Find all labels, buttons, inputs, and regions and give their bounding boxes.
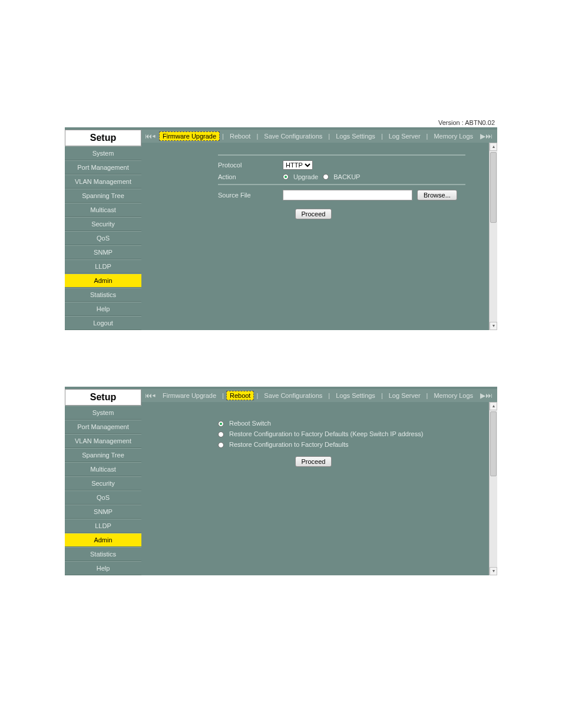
tab-logs-settings[interactable]: Logs Settings bbox=[332, 131, 379, 141]
tab-separator: | bbox=[222, 133, 224, 140]
restore-keepip-radio[interactable] bbox=[218, 431, 224, 437]
sidebar-item-lldp[interactable]: LLDP bbox=[65, 519, 141, 533]
sidebar-item-vlan-management[interactable]: VLAN Management bbox=[65, 174, 141, 189]
tab-separator: | bbox=[427, 392, 428, 399]
sidebar-title: Setup bbox=[65, 130, 141, 146]
sidebar-item-port-management[interactable]: Port Management bbox=[65, 420, 141, 434]
content-firmware: Protocol HTTP Action Upgrade bbox=[141, 143, 497, 330]
scroll-down-icon[interactable]: ▾ bbox=[490, 567, 497, 575]
scroll-thumb[interactable] bbox=[490, 411, 497, 476]
sidebar-item-snmp[interactable]: SNMP bbox=[65, 505, 141, 519]
tab-separator: | bbox=[427, 133, 428, 140]
tab-memory-logs[interactable]: Memory Logs bbox=[430, 131, 477, 141]
tab-separator: | bbox=[256, 133, 258, 140]
sourcefile-input[interactable] bbox=[283, 190, 412, 200]
main-area: ⏮◀Firmware Upgrade|Reboot|Save Configura… bbox=[141, 389, 497, 575]
backup-radio-label: BACKUP bbox=[333, 173, 360, 180]
scroll-down-icon[interactable]: ▾ bbox=[490, 322, 497, 330]
sidebar-item-help[interactable]: Help bbox=[65, 561, 141, 575]
sidebar-title: Setup bbox=[65, 389, 141, 406]
sidebar-item-help[interactable]: Help bbox=[65, 302, 141, 316]
browse-button[interactable]: Browse... bbox=[417, 190, 457, 200]
proceed-button[interactable]: Proceed bbox=[295, 456, 332, 467]
app-window-reboot: Setup SystemPort ManagementVLAN Manageme… bbox=[65, 387, 497, 575]
sidebar-item-admin[interactable]: Admin bbox=[65, 533, 141, 547]
scroll-thumb[interactable] bbox=[490, 152, 497, 223]
proceed-button[interactable]: Proceed bbox=[295, 209, 332, 219]
sidebar-item-system[interactable]: System bbox=[65, 146, 141, 160]
sidebar-item-system[interactable]: System bbox=[65, 406, 141, 420]
tab-save-configurations[interactable]: Save Configurations bbox=[260, 131, 326, 141]
tab-logs-settings[interactable]: Logs Settings bbox=[332, 391, 379, 400]
sidebar-item-spanning-tree[interactable]: Spanning Tree bbox=[65, 189, 141, 203]
sidebar-item-multicast[interactable]: Multicast bbox=[65, 462, 141, 476]
tab-bar: ⏮◀Firmware Upgrade|Reboot|Save Configura… bbox=[141, 389, 497, 402]
content-reboot: Reboot Switch Restore Configuration to F… bbox=[141, 402, 497, 575]
restore-keepip-label: Restore Configuration to Factory Default… bbox=[229, 430, 423, 437]
tab-separator: | bbox=[328, 392, 330, 399]
app-window-firmware: Setup SystemPort ManagementVLAN Manageme… bbox=[65, 127, 497, 330]
protocol-select[interactable]: HTTP bbox=[283, 160, 313, 170]
tabs-left-icon[interactable]: ⏮◀ bbox=[144, 391, 157, 400]
sidebar-item-security[interactable]: Security bbox=[65, 217, 141, 231]
action-label: Action bbox=[218, 173, 283, 180]
reboot-switch-radio[interactable] bbox=[218, 421, 224, 427]
sidebar-item-statistics[interactable]: Statistics bbox=[65, 547, 141, 561]
version-label: Version : ABTN0.02 bbox=[65, 118, 497, 127]
tab-save-configurations[interactable]: Save Configurations bbox=[260, 391, 326, 400]
upgrade-radio[interactable] bbox=[283, 174, 289, 180]
reboot-switch-label: Reboot Switch bbox=[229, 420, 271, 427]
sidebar-item-snmp[interactable]: SNMP bbox=[65, 245, 141, 259]
tab-separator: | bbox=[256, 392, 258, 399]
sidebar-item-spanning-tree[interactable]: Spanning Tree bbox=[65, 448, 141, 462]
restore-defaults-radio[interactable] bbox=[218, 442, 224, 448]
tab-firmware-upgrade[interactable]: Firmware Upgrade bbox=[159, 131, 220, 141]
scroll-up-icon[interactable]: ▴ bbox=[490, 143, 497, 151]
sidebar-item-admin[interactable]: Admin bbox=[65, 274, 141, 288]
sidebar-item-logout[interactable]: Logout bbox=[65, 316, 141, 330]
tabs-right-icon[interactable]: ▶⏭ bbox=[479, 132, 494, 140]
sidebar: Setup SystemPort ManagementVLAN Manageme… bbox=[65, 389, 141, 575]
tabs-left-icon[interactable]: ⏮◀ bbox=[144, 132, 157, 140]
sidebar-item-security[interactable]: Security bbox=[65, 476, 141, 490]
tab-separator: | bbox=[328, 133, 330, 140]
scrollbar[interactable]: ▴ ▾ bbox=[489, 143, 497, 330]
scroll-up-icon[interactable]: ▴ bbox=[490, 402, 497, 410]
sidebar-item-vlan-management[interactable]: VLAN Management bbox=[65, 434, 141, 448]
tab-memory-logs[interactable]: Memory Logs bbox=[430, 391, 477, 400]
sidebar-item-lldp[interactable]: LLDP bbox=[65, 259, 141, 274]
tab-firmware-upgrade[interactable]: Firmware Upgrade bbox=[159, 391, 220, 400]
sidebar-item-port-management[interactable]: Port Management bbox=[65, 160, 141, 174]
scrollbar[interactable]: ▴ ▾ bbox=[489, 402, 497, 575]
tab-reboot[interactable]: Reboot bbox=[226, 391, 254, 400]
tab-log-server[interactable]: Log Server bbox=[385, 131, 424, 141]
sidebar-item-statistics[interactable]: Statistics bbox=[65, 288, 141, 302]
main-area: ⏮◀Firmware Upgrade|Reboot|Save Configura… bbox=[141, 130, 497, 330]
protocol-label: Protocol bbox=[218, 162, 283, 169]
backup-radio[interactable] bbox=[323, 174, 329, 180]
tab-separator: | bbox=[381, 133, 383, 140]
restore-defaults-label: Restore Configuration to Factory Default… bbox=[229, 441, 348, 448]
tab-reboot[interactable]: Reboot bbox=[226, 131, 254, 141]
sourcefile-label: Source File bbox=[218, 192, 283, 199]
upgrade-radio-label: Upgrade bbox=[293, 173, 318, 180]
tab-separator: | bbox=[381, 392, 383, 399]
tab-log-server[interactable]: Log Server bbox=[385, 391, 424, 400]
sidebar: Setup SystemPort ManagementVLAN Manageme… bbox=[65, 130, 141, 330]
tabs-right-icon[interactable]: ▶⏭ bbox=[479, 391, 494, 400]
tab-separator: | bbox=[222, 392, 224, 399]
sidebar-item-multicast[interactable]: Multicast bbox=[65, 203, 141, 217]
sidebar-item-qos[interactable]: QoS bbox=[65, 231, 141, 245]
tab-bar: ⏮◀Firmware Upgrade|Reboot|Save Configura… bbox=[141, 130, 497, 143]
sidebar-item-qos[interactable]: QoS bbox=[65, 490, 141, 505]
